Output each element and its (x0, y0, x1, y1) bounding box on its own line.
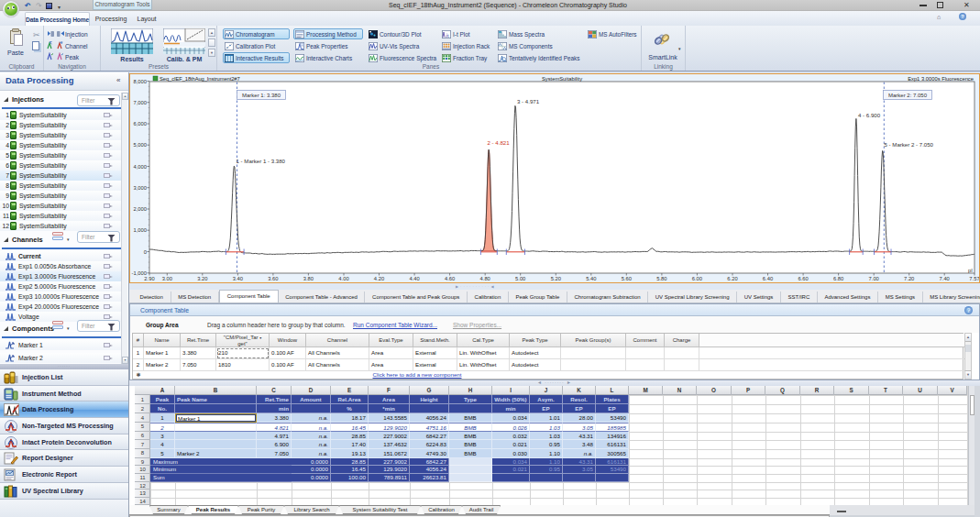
svg-text:5.60: 5.60 (622, 276, 632, 281)
svg-text:3.60: 3.60 (268, 276, 278, 281)
svg-text:4.60: 4.60 (445, 276, 455, 281)
svg-text:4 - 6.900: 4 - 6.900 (858, 112, 881, 118)
svg-text:5.00: 5.00 (515, 276, 525, 281)
svg-text:2 - 4.821: 2 - 4.821 (488, 139, 511, 146)
svg-text:Exp1 3.0000s Fluorescence: Exp1 3.0000s Fluorescence (908, 76, 974, 82)
svg-text:pI: pI (968, 268, 973, 273)
svg-text:Marker 2: 7.050: Marker 2: 7.050 (888, 93, 928, 98)
svg-text:4.40: 4.40 (409, 276, 419, 281)
svg-text:3.40: 3.40 (233, 276, 243, 281)
svg-text:7.57: 7.57 (969, 276, 979, 281)
svg-text:3,000: 3,000 (133, 185, 147, 191)
svg-text:6,000: 6,000 (133, 121, 147, 126)
svg-text:SystemSuitability: SystemSuitability (542, 76, 582, 82)
svg-text:8,000: 8,000 (133, 79, 147, 84)
svg-text:6.40: 6.40 (763, 276, 773, 281)
svg-text:4.80: 4.80 (480, 276, 490, 281)
svg-text:ⅈt: ⅈt (446, 33, 449, 38)
svg-text:6.00: 6.00 (692, 276, 702, 281)
svg-text:-1,000: -1,000 (132, 270, 147, 276)
svg-text:Marker 1: 3.380: Marker 1: 3.380 (242, 93, 281, 98)
svg-text:5 - Marker 2 - 7.050: 5 - Marker 2 - 7.050 (885, 141, 934, 148)
svg-text:5.40: 5.40 (586, 276, 596, 281)
svg-text:7.20: 7.20 (904, 276, 914, 281)
svg-text:6.20: 6.20 (727, 276, 737, 281)
svg-text:7.00: 7.00 (869, 276, 879, 281)
svg-text:5.80: 5.80 (656, 276, 666, 281)
svg-text:3.00: 3.00 (162, 276, 172, 281)
svg-text:2.90: 2.90 (144, 276, 154, 281)
svg-text:Seq_cIEF_18thAug_Instrument2#7: Seq_cIEF_18thAug_Instrument2#7 (160, 76, 240, 82)
svg-text:3.20: 3.20 (197, 276, 207, 281)
svg-text:5.20: 5.20 (551, 276, 561, 281)
svg-text:4.20: 4.20 (374, 276, 384, 281)
svg-text:4,000: 4,000 (133, 164, 147, 170)
svg-text:0: 0 (144, 249, 147, 255)
svg-text:2,000: 2,000 (133, 206, 147, 212)
svg-text:6.80: 6.80 (833, 276, 843, 281)
svg-text:4.00: 4.00 (338, 276, 348, 281)
svg-text:3 - 4.971: 3 - 4.971 (517, 98, 540, 104)
svg-text:7,000: 7,000 (133, 100, 147, 105)
svg-text:3.80: 3.80 (303, 276, 314, 281)
svg-text:5,000: 5,000 (133, 142, 147, 148)
svg-text:7.40: 7.40 (940, 276, 950, 281)
svg-text:6.60: 6.60 (798, 276, 808, 281)
svg-text:1 - Marker 1 - 3.380: 1 - Marker 1 - 3.380 (237, 158, 286, 164)
svg-text:1,000: 1,000 (133, 227, 147, 233)
